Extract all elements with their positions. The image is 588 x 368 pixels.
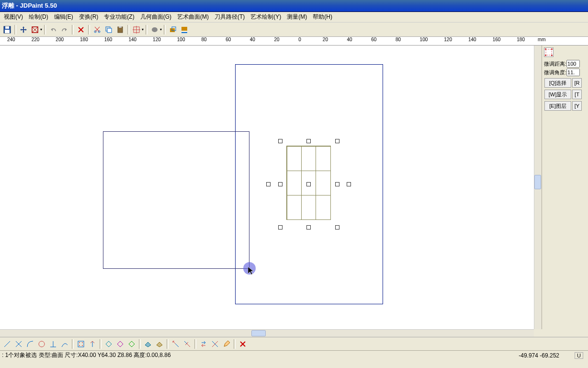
angle-field: 微调角度: — [544, 69, 586, 76]
selection-handle[interactable] — [278, 182, 283, 186]
scrollbar-thumb[interactable] — [251, 330, 266, 336]
ruler-tick: 40 — [250, 37, 255, 42]
selection-handle[interactable] — [347, 182, 351, 186]
svg-rect-25 — [545, 48, 546, 50]
svg-rect-28 — [551, 55, 553, 56]
copy-icon[interactable] — [103, 24, 114, 35]
r-button[interactable]: [R — [572, 78, 582, 88]
delete-icon[interactable] — [76, 24, 86, 35]
intersect-icon[interactable] — [13, 339, 24, 349]
menu-help[interactable]: 帮助(H) — [310, 12, 335, 22]
swap1-icon[interactable] — [198, 339, 209, 349]
ruler-tick: 20 — [323, 37, 328, 42]
ruler-tick: 80 — [396, 37, 401, 42]
selection-handle[interactable] — [278, 139, 283, 143]
dropdown-icon[interactable]: ▾ — [142, 27, 144, 32]
select-tool-icon[interactable] — [544, 47, 554, 57]
swap2-icon[interactable] — [210, 339, 220, 349]
diamond2-icon[interactable] — [115, 339, 125, 349]
top-toolbar: ▾ ▾ ▾ — [0, 23, 588, 37]
svg-point-19 — [152, 27, 158, 32]
bounds-icon[interactable] — [30, 24, 40, 35]
horizontal-scrollbar[interactable] — [0, 329, 534, 337]
status-badge: U — [575, 352, 583, 359]
grid-icon[interactable] — [76, 339, 86, 349]
plane1-icon[interactable] — [143, 339, 153, 349]
shape-icon[interactable] — [149, 24, 160, 35]
svg-point-37 — [82, 342, 83, 343]
selection-handle[interactable] — [335, 182, 339, 186]
select-button[interactable]: [Q]选择 — [544, 78, 571, 88]
canvas[interactable] — [0, 46, 534, 329]
y-button[interactable]: [Y — [572, 101, 582, 111]
svg-rect-35 — [78, 341, 84, 347]
t-button[interactable]: [T — [572, 90, 582, 99]
menu-view[interactable]: 视图(V) — [1, 12, 26, 22]
menu-geom[interactable]: 几何曲面(G) — [137, 12, 174, 22]
selection-handle[interactable] — [266, 182, 271, 186]
selection-handle[interactable] — [335, 139, 339, 143]
perp-icon[interactable] — [48, 339, 58, 349]
snap-icon[interactable] — [87, 339, 98, 349]
titlebar: 浮雕 - JDPaint 5.50 — [0, 0, 588, 12]
arrow1-icon[interactable] — [170, 339, 181, 349]
menu-edit[interactable]: 编辑(E) — [51, 12, 76, 22]
svg-rect-22 — [181, 27, 187, 31]
paste-icon[interactable] — [115, 24, 125, 35]
save-icon[interactable] — [2, 24, 12, 35]
ruler-tick: 60 — [371, 37, 376, 42]
svg-rect-2 — [5, 30, 10, 33]
statusbar: : 1个对象被选 类型:曲面 尺寸:X40.00 Y64.30 Z8.86 高度… — [0, 350, 588, 360]
angle-label: 微调角度: — [544, 69, 566, 76]
angle-input[interactable] — [566, 69, 580, 76]
dropdown-icon[interactable]: ▾ — [40, 27, 42, 32]
svg-point-38 — [79, 345, 80, 346]
selection-handle[interactable] — [306, 182, 311, 186]
scrollbar-thumb[interactable] — [534, 175, 541, 189]
canvas-rect-secondary[interactable] — [103, 131, 249, 269]
svg-rect-27 — [545, 55, 546, 56]
dropdown-icon[interactable]: ▾ — [160, 27, 162, 32]
move-icon[interactable] — [18, 24, 29, 35]
ruler-tick: 100 — [177, 37, 185, 42]
dist-field: 微调距离: — [544, 60, 586, 68]
ruler-tick: 0 — [298, 37, 301, 42]
selection-handle[interactable] — [335, 225, 339, 230]
selection-handle[interactable] — [306, 139, 311, 143]
diamond1-icon[interactable] — [103, 339, 114, 349]
svg-point-39 — [82, 345, 83, 346]
ruler-unit: mm — [538, 37, 546, 42]
display-button[interactable]: [W]显示 — [544, 90, 571, 99]
ruler-tick: 180 — [80, 37, 88, 42]
menu-transform[interactable]: 变换(R) — [76, 12, 102, 22]
tool-a-icon[interactable] — [168, 24, 178, 35]
menu-artdraw[interactable]: 艺术绘制(Y) — [248, 12, 284, 22]
circle-icon[interactable] — [36, 339, 47, 349]
ruler-tick: 160 — [104, 37, 113, 42]
edit-icon[interactable] — [221, 339, 232, 349]
menu-measure[interactable]: 测量(M) — [284, 12, 310, 22]
layer-button[interactable]: [E]图层 — [544, 101, 571, 111]
dist-input[interactable] — [566, 60, 580, 68]
tool-b-icon[interactable] — [179, 24, 190, 35]
line-icon[interactable] — [2, 339, 12, 349]
menu-art[interactable]: 艺术曲面(M) — [174, 12, 212, 22]
selection-handle[interactable] — [278, 225, 283, 230]
ruler-tick: 140 — [128, 37, 136, 42]
menu-tool[interactable]: 刀具路径(T) — [212, 12, 248, 22]
ruler-tick: 80 — [201, 37, 206, 42]
menu-pro[interactable]: 专业功能(Z) — [101, 12, 137, 22]
menu-draw[interactable]: 绘制(D) — [26, 12, 51, 22]
selection-handle[interactable] — [306, 225, 311, 230]
diamond3-icon[interactable] — [126, 339, 137, 349]
arc-icon[interactable] — [25, 339, 35, 349]
arrow2-icon[interactable] — [182, 339, 192, 349]
plane2-icon[interactable] — [154, 339, 165, 349]
close-icon[interactable] — [237, 339, 248, 349]
cut-icon[interactable] — [92, 24, 102, 35]
align-icon[interactable] — [131, 24, 142, 35]
vertical-scrollbar[interactable] — [534, 46, 542, 329]
undo-icon[interactable] — [48, 24, 58, 35]
redo-icon[interactable] — [59, 24, 70, 35]
tangent-icon[interactable] — [59, 339, 70, 349]
